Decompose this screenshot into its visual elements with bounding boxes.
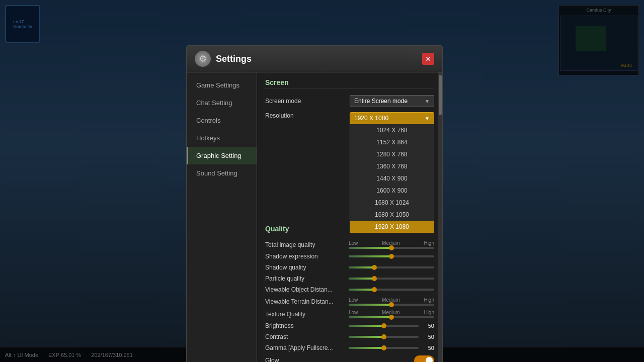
resolution-option[interactable]: 1440 X 900	[350, 172, 434, 185]
slider-fill	[349, 255, 391, 257]
viewable-terrain-distance-label: Viewable Terrain Distan...	[265, 298, 346, 305]
resolution-option[interactable]: 1600 X 900	[350, 185, 434, 197]
viewable-object-distance-slider	[349, 289, 434, 291]
sidebar-item-controls[interactable]: Controls	[187, 112, 257, 129]
resolution-option[interactable]: 1680 X 1024	[350, 197, 434, 209]
screen-mode-row: Screen mode Entire Screen mode ▼	[265, 95, 434, 107]
slider-thumb	[381, 323, 386, 328]
slider-track[interactable]	[349, 255, 434, 257]
resolution-option[interactable]: 1280 X 768	[350, 148, 434, 160]
shadow-expression-row: Shadow expression	[265, 253, 434, 260]
resolution-value: 1920 X 1080	[354, 115, 388, 122]
sidebar-item-hotkeys[interactable]: Hotkeys	[187, 129, 257, 147]
slider-thumb	[389, 315, 394, 320]
scroll-bar[interactable]	[438, 72, 442, 362]
resolution-option[interactable]: 1024 X 768	[350, 124, 434, 136]
glow-toggle[interactable]	[414, 355, 434, 362]
toggle-knob	[426, 357, 433, 362]
slider-track[interactable]	[349, 336, 419, 338]
slider-track[interactable]	[349, 304, 434, 306]
slider-thumb	[389, 254, 394, 259]
slider-track[interactable]	[349, 347, 419, 349]
high-label: High	[424, 297, 434, 303]
gamma-value: 50	[422, 345, 434, 351]
total-image-quality-label: Total image quality	[265, 241, 346, 248]
resolution-row: Resolution 1920 X 1080 ▼ 1024 X 768 1152…	[265, 112, 434, 124]
scroll-thumb	[439, 75, 442, 115]
contrast-slider	[349, 336, 419, 338]
slider-thumb	[372, 287, 377, 292]
texture-quality-slider: Low Medium High	[349, 310, 434, 318]
viewable-object-distance-row: Viewable Object Distan...	[265, 286, 434, 293]
high-label: High	[424, 240, 434, 246]
low-label: Low	[349, 310, 358, 315]
slider-thumb	[372, 276, 377, 281]
brightness-label: Brightness	[265, 322, 346, 329]
particle-quality-label: Particle quality	[265, 275, 346, 282]
screen-mode-value: Entire Screen mode	[354, 98, 408, 105]
viewable-terrain-distance-row: Viewable Terrain Distan... Low Medium Hi…	[265, 297, 434, 306]
screen-mode-dropdown[interactable]: Entire Screen mode ▼	[350, 95, 434, 107]
particle-quality-slider	[349, 278, 434, 280]
slider-thumb	[381, 334, 386, 339]
screen-section-title: Screen	[265, 78, 434, 89]
sidebar-item-sound-setting[interactable]: Sound Setting	[187, 164, 257, 182]
modal-body: Game Settings Chat Setting Controls Hotk…	[187, 72, 442, 362]
resolution-list: 1024 X 768 1152 X 864 1280 X 768 1360 X …	[350, 124, 434, 233]
slider-fill	[349, 278, 374, 280]
texture-quality-row: Texture Quality Low Medium High	[265, 310, 434, 318]
shadow-quality-row: Shadow quality	[265, 264, 434, 271]
resolution-control: 1920 X 1080 ▼ 1024 X 768 1152 X 864 1280…	[350, 112, 434, 124]
low-label: Low	[349, 297, 358, 303]
total-image-quality-row: Total image quality Low Medium High	[265, 240, 434, 249]
close-button[interactable]: ✕	[422, 53, 434, 65]
contrast-row: Contrast 50	[265, 333, 434, 340]
glow-control	[349, 355, 434, 362]
particle-quality-row: Particle quality	[265, 275, 434, 282]
slider-thumb	[372, 265, 377, 270]
slider-track[interactable]	[349, 247, 434, 249]
shadow-quality-slider	[349, 266, 434, 268]
slider-fill	[349, 325, 384, 327]
slider-fill	[349, 316, 391, 318]
shadow-expression-slider	[349, 255, 434, 257]
glow-label: Glow	[265, 357, 346, 362]
resolution-dropdown[interactable]: 1920 X 1080 ▼	[350, 112, 434, 124]
gear-icon: ⚙	[195, 51, 211, 67]
contrast-value: 50	[422, 334, 434, 340]
modal-header: ⚙ Settings ✕	[187, 46, 442, 72]
settings-sidebar: Game Settings Chat Setting Controls Hotk…	[187, 72, 257, 362]
sidebar-item-game-settings[interactable]: Game Settings	[187, 76, 257, 94]
contrast-label: Contrast	[265, 333, 346, 340]
slider-track[interactable]	[349, 325, 419, 327]
resolution-option-selected[interactable]: 1920 X 1080	[350, 221, 434, 233]
main-content-area: Screen Screen mode Entire Screen mode ▼ …	[257, 72, 442, 362]
slider-fill	[349, 266, 374, 268]
glow-row: Glow	[265, 355, 434, 362]
slider-track[interactable]	[349, 266, 434, 268]
viewable-terrain-distance-slider: Low Medium High	[349, 297, 434, 306]
shadow-quality-label: Shadow quality	[265, 264, 346, 271]
screen-mode-label: Screen mode	[265, 98, 346, 105]
screen-mode-arrow-icon: ▼	[425, 99, 430, 104]
slider-fill	[349, 247, 391, 249]
settings-modal: ⚙ Settings ✕ Game Settings Chat Setting …	[186, 45, 443, 362]
slider-track[interactable]	[349, 289, 434, 291]
resolution-arrow-icon: ▼	[425, 116, 430, 121]
slider-thumb	[389, 302, 394, 307]
resolution-option[interactable]: 1152 X 864	[350, 136, 434, 148]
texture-quality-label: Texture Quality	[265, 311, 346, 318]
viewable-object-distance-label: Viewable Object Distan...	[265, 286, 346, 293]
gamma-label: Gamma [Apply Fullscre...	[265, 344, 346, 351]
low-label: Low	[349, 240, 358, 246]
slider-thumb	[389, 245, 394, 250]
sidebar-item-chat-setting[interactable]: Chat Setting	[187, 94, 257, 112]
brightness-slider	[349, 325, 419, 327]
resolution-option[interactable]: 1360 X 768	[350, 160, 434, 172]
slider-track[interactable]	[349, 316, 434, 318]
slider-track[interactable]	[349, 278, 434, 280]
sidebar-item-graphic-setting[interactable]: Graphic Setting	[187, 147, 257, 164]
resolution-option[interactable]: 1680 X 1050	[350, 209, 434, 221]
slider-fill	[349, 336, 384, 338]
resolution-label: Resolution	[265, 112, 346, 119]
